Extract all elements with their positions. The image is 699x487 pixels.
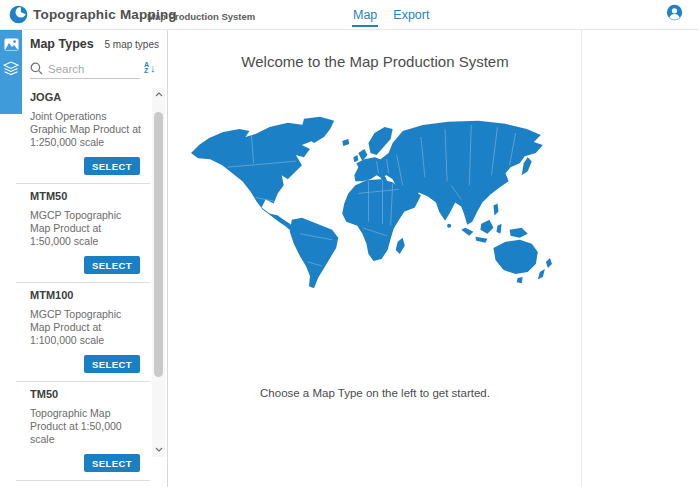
- select-button[interactable]: SELECT: [84, 256, 140, 274]
- map-type-description: Topographic Map Product at 1:50,000 scal…: [16, 407, 144, 446]
- header-tabs: Map Export: [352, 0, 430, 30]
- map-type-name: MTM100: [16, 289, 150, 301]
- sidebar: Map Types 5 map types A Z ↓ JOGA Joint O…: [0, 30, 168, 487]
- app-header: Topographic Mapping Map Production Syste…: [0, 0, 699, 30]
- world-map-image: [191, 114, 559, 289]
- map-type-description: Joint Operations Graphic Map Product at …: [16, 110, 144, 149]
- app-subtitle: Map Production System: [147, 11, 255, 22]
- sort-alpha-down-icon[interactable]: A Z ↓: [144, 58, 162, 78]
- tab-export[interactable]: Export: [392, 2, 430, 28]
- layers-tool-icon[interactable]: [2, 59, 20, 77]
- instruction-text: Choose a Map Type on the left to get sta…: [260, 387, 490, 399]
- map-type-description: MGCP Topographic Map Product at 1:100,00…: [16, 308, 144, 347]
- app-window: Topographic Mapping Map Production Syste…: [0, 0, 699, 487]
- tab-map[interactable]: Map: [352, 2, 378, 28]
- map-type-name: JOGA: [16, 91, 150, 103]
- panel-title: Map Types: [30, 37, 94, 51]
- globe-logo-icon: [9, 5, 28, 24]
- main-area: Welcome to the Map Production System: [169, 30, 699, 487]
- map-type-description: MGCP Topographic Map Product at 1:50,000…: [16, 209, 144, 248]
- select-button[interactable]: SELECT: [84, 454, 140, 472]
- panel-header: Map Types 5 map types: [30, 37, 159, 51]
- select-button[interactable]: SELECT: [84, 157, 140, 175]
- welcome-heading: Welcome to the Map Production System: [241, 53, 508, 70]
- main-content-column: Welcome to the Map Production System: [169, 30, 582, 487]
- map-type-item-tm100: TM100: [16, 481, 150, 487]
- select-button[interactable]: SELECT: [84, 355, 140, 373]
- map-type-name: MTM50: [16, 190, 150, 202]
- map-type-item-tm50: TM50 Topographic Map Product at 1:50,000…: [16, 382, 150, 481]
- map-type-name: TM50: [16, 388, 150, 400]
- map-type-item-mtm50: MTM50 MGCP Topographic Map Product at 1:…: [16, 184, 150, 283]
- world-map-svg: [191, 114, 559, 289]
- map-type-list: JOGA Joint Operations Graphic Map Produc…: [16, 85, 150, 487]
- map-type-item-joga: JOGA Joint Operations Graphic Map Produc…: [16, 85, 150, 184]
- search-box: [30, 59, 140, 79]
- scroll-up-icon[interactable]: [152, 88, 165, 100]
- scrollbar-thumb[interactable]: [154, 112, 163, 377]
- sidebar-scrollbar[interactable]: [152, 88, 165, 457]
- map-tool-icon[interactable]: [2, 35, 20, 53]
- user-account-icon[interactable]: [666, 4, 683, 21]
- search-input[interactable]: [48, 63, 132, 75]
- sort-letter-z: Z: [144, 68, 149, 75]
- map-type-count: 5 map types: [105, 39, 159, 50]
- scroll-down-icon[interactable]: [152, 443, 165, 455]
- search-icon: [30, 62, 43, 75]
- map-type-item-mtm100: MTM100 MGCP Topographic Map Product at 1…: [16, 283, 150, 382]
- sort-arrow: ↓: [150, 63, 156, 74]
